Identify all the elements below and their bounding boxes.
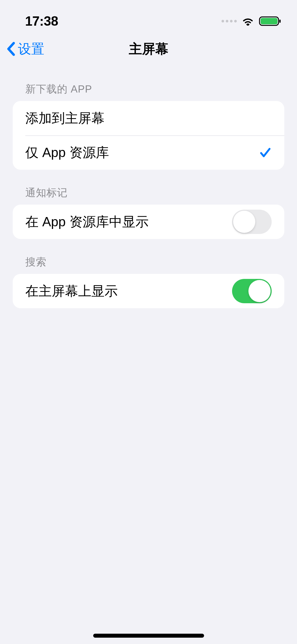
back-button[interactable]: 设置 xyxy=(6,40,44,58)
checkmark-icon xyxy=(259,146,272,159)
row-label: 添加到主屏幕 xyxy=(25,109,105,127)
section-header-notification-badges: 通知标记 xyxy=(13,170,284,205)
status-bar: 17:38 xyxy=(0,0,297,32)
switch-knob xyxy=(233,211,255,233)
status-icons xyxy=(221,16,281,26)
group-notification-badges: 在 App 资源库中显示 xyxy=(13,205,284,239)
row-label: 仅 App 资源库 xyxy=(25,144,109,162)
battery-icon xyxy=(259,16,281,26)
page-title: 主屏幕 xyxy=(129,40,168,58)
section-header-new-apps: 新下载的 APP xyxy=(13,66,284,101)
row-label: 在主屏幕上显示 xyxy=(25,282,118,300)
cellular-dots-icon xyxy=(221,20,237,22)
svg-rect-1 xyxy=(261,18,277,24)
row-add-to-home[interactable]: 添加到主屏幕 xyxy=(13,101,284,135)
wifi-icon xyxy=(242,16,254,26)
chevron-left-icon xyxy=(6,42,16,56)
navigation-bar: 设置 主屏幕 xyxy=(0,32,297,66)
group-search: 在主屏幕上显示 xyxy=(13,274,284,308)
row-show-in-app-library: 在 App 资源库中显示 xyxy=(13,205,284,239)
group-new-apps: 添加到主屏幕 仅 App 资源库 xyxy=(13,101,284,170)
row-label: 在 App 资源库中显示 xyxy=(25,213,149,231)
home-indicator[interactable] xyxy=(93,634,204,638)
switch-knob xyxy=(248,280,271,302)
row-show-on-home: 在主屏幕上显示 xyxy=(13,274,284,308)
status-time: 17:38 xyxy=(25,13,58,29)
switch-show-on-home[interactable] xyxy=(232,279,272,303)
row-app-library-only[interactable]: 仅 App 资源库 xyxy=(13,135,284,170)
svg-rect-2 xyxy=(279,20,281,23)
section-header-search: 搜索 xyxy=(13,239,284,274)
back-label: 设置 xyxy=(18,40,44,58)
switch-show-in-app-library[interactable] xyxy=(232,210,272,234)
